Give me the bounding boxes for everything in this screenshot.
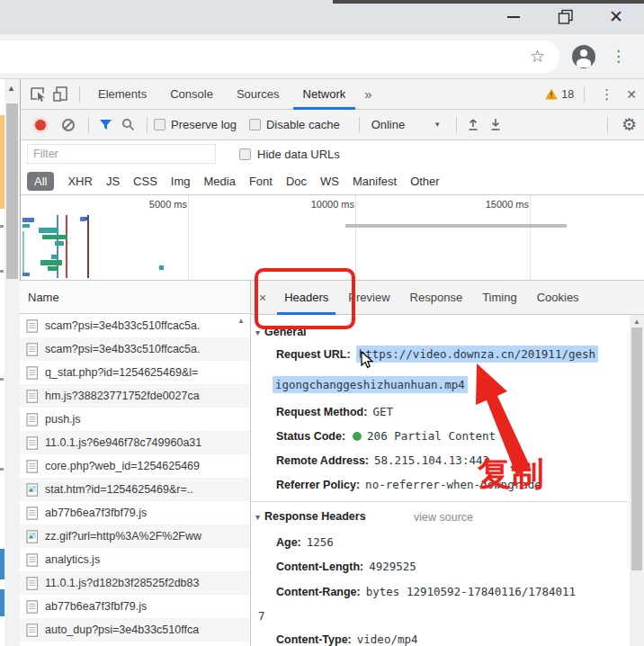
table-row[interactable] [20,642,250,646]
preserve-log-label: Preserve log [171,118,237,131]
details-tab[interactable]: Timing [472,281,527,315]
table-row[interactable]: analytics.js [20,548,250,571]
type-filter[interactable]: XHR [67,175,92,188]
filter-funnel-icon[interactable] [95,115,115,135]
disclosure-triangle-icon: ▾ [255,512,260,522]
close-icon[interactable]: ✕ [609,6,623,28]
load-event-line [66,215,67,278]
type-filter[interactable]: All [27,172,54,191]
file-type-icon [26,390,39,403]
disclosure-triangle-icon: ▾ [255,327,260,337]
page-sliver-mark [0,225,4,228]
devtools-tab[interactable]: Network [291,79,358,110]
remote-address-row: Remote Address:58.215.104.13:443 [276,453,489,467]
details-scrollbar[interactable]: ▲ [630,315,644,646]
gear-icon[interactable]: ⚙ [622,114,637,135]
search-icon[interactable] [118,115,138,135]
type-filter[interactable]: WS [320,175,339,188]
bookmark-star-icon[interactable]: ☆ [530,46,545,67]
devtools-tab-bar: ElementsConsoleSourcesNetwork » 18 ⋮ ✕ [21,79,644,110]
address-bar[interactable] [0,40,559,73]
table-row[interactable]: core.php?web_id=1254625469 [20,454,250,478]
request-name: stat.htm?id=1254625469&r=.. [45,483,193,496]
devtools-close-icon[interactable]: ✕ [622,87,644,102]
response-headers-section-header[interactable]: ▾Response Headers [255,510,366,523]
gridline [530,195,531,281]
waterfall-bar [22,218,34,222]
device-toolbar-icon[interactable] [50,85,70,104]
preserve-log-checkbox[interactable] [154,119,165,130]
type-filter[interactable]: Media [203,175,235,188]
more-tabs-icon[interactable]: » [357,86,379,102]
hide-data-urls-checkbox[interactable] [239,148,251,160]
table-row[interactable]: 11.0.1.js?6e946f78c749960a31 [20,431,250,454]
table-row[interactable]: hm.js?38823771752fde0027ca [20,384,250,408]
title-bar-dark-strip [333,0,644,4]
details-tab[interactable]: Response [400,281,473,315]
request-url-row-wrap: igongchanggeshizhuanhuan.mp4 [273,378,468,391]
table-row[interactable]: q_stat.php?id=1254625469&l= [20,361,250,384]
record-icon[interactable] [35,120,46,130]
file-type-icon [26,343,39,356]
list-scroll-up-icon[interactable]: ▲ [237,317,245,325]
warning-triangle-icon [545,88,558,100]
restore-icon[interactable] [558,9,574,29]
table-row[interactable]: scam?psi=3e4b33c510ffcac5a. [20,337,250,361]
current-request-bar [345,224,567,228]
requests-list: scam?psi=3e4b33c510ffcac5a. scam?psi=3e4… [20,314,250,646]
details-scrollbar-thumb[interactable] [631,327,642,570]
type-filter[interactable]: Img [171,175,191,188]
request-url-value[interactable]: igongchanggeshizhuanhuan.mp4 [273,376,468,393]
devtools-tab[interactable]: Elements [86,79,158,110]
disable-cache-checkbox[interactable] [249,119,261,130]
type-filter[interactable]: JS [106,175,120,188]
filter-input[interactable] [27,144,216,164]
type-filter[interactable]: Other [410,175,440,188]
request-name: scam?psi=3e4b33c510ffcac5a. [45,319,200,332]
page-scrollbar-thumb[interactable] [6,103,18,279]
table-row[interactable]: scam?psi=3e4b33c510ffcac5a. [20,314,250,337]
minimize-icon[interactable] [507,16,520,18]
header-label: Request Method: [276,406,367,418]
scroll-up-arrow-icon[interactable]: ▲ [633,318,640,326]
scroll-up-arrow-icon[interactable]: ▲ [7,84,15,93]
inspect-element-icon[interactable] [28,85,48,104]
type-filter[interactable]: Font [249,175,273,188]
devtools-tab[interactable]: Console [158,79,225,110]
request-name: ab77b6ea7f3fbf79.js [45,507,147,519]
waterfall-bar [39,228,58,233]
devtools-menu-icon[interactable]: ⋮ [591,86,622,103]
table-row[interactable]: zz.gif?url=http%3A%2F%2Fww [20,525,250,548]
profile-avatar[interactable] [572,45,595,68]
table-row[interactable]: push.js [20,408,250,431]
hide-data-urls-group: Hide data URLs [239,148,340,161]
table-row[interactable]: auto_dup?psi=3e4b33c510ffca [20,618,250,642]
request-name: hm.js?38823771752fde0027ca [45,390,200,402]
request-url-value[interactable]: https://video.downza.cn/201911/gesh [356,345,598,363]
request-type-filters: AllXHRJSCSSImgMediaFontDocWSManifestOthe… [21,167,644,195]
details-tab[interactable]: Cookies [527,281,589,315]
content-range-row: Content-Range:bytes 12910592-17840116/17… [276,585,576,598]
hide-data-urls-label: Hide data URLs [257,148,340,161]
file-type-icon [26,507,39,520]
table-row[interactable]: ab77b6ea7f3fbf79.js [20,501,250,525]
table-row[interactable]: 11.0.1.js?d182b3f28525f2db83 [20,571,250,595]
export-har-icon[interactable] [486,115,505,135]
table-row[interactable]: stat.htm?id=1254625469&r=.. [20,478,250,501]
console-warning-badge[interactable]: 18 [545,88,574,101]
name-column-header[interactable]: Name [20,281,250,314]
browser-menu-icon[interactable]: ⋮ [611,45,626,68]
table-row[interactable]: ab77b6ea7f3fbf79.js [20,595,250,618]
clear-icon[interactable] [62,119,75,131]
disable-cache-label: Disable cache [266,118,340,131]
import-har-icon[interactable] [463,115,483,135]
type-filter[interactable]: Doc [286,175,307,188]
request-name: ab77b6ea7f3fbf79.js [45,600,147,613]
view-source-link[interactable]: view source [414,511,473,524]
headers-panel: ▾General Request URL:https://video.downz… [251,315,644,646]
chevron-down-icon[interactable]: ▼ [434,121,441,129]
type-filter[interactable]: CSS [133,175,157,188]
throttling-dropdown[interactable]: Online [371,118,406,131]
type-filter[interactable]: Manifest [353,175,397,188]
devtools-tab[interactable]: Sources [225,79,291,110]
